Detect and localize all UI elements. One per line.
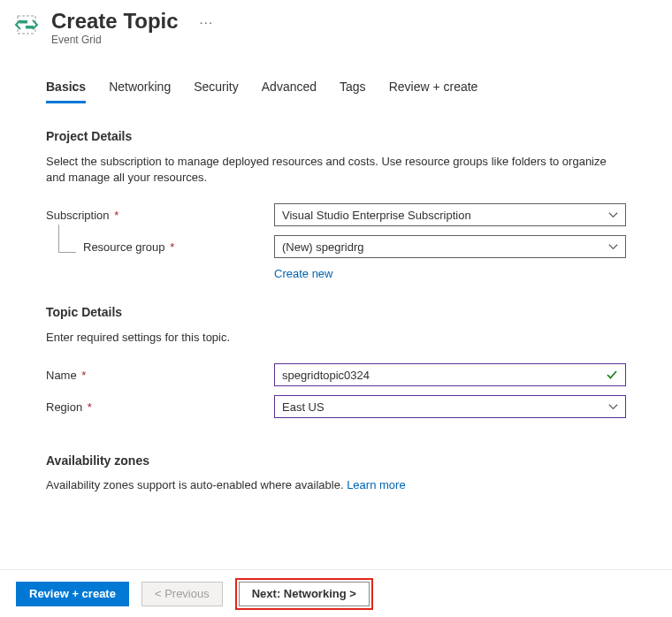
region-label: Region * [46,400,92,414]
next-button-highlight: Next: Networking > [235,578,373,610]
tab-networking[interactable]: Networking [109,80,171,103]
subscription-label: Subscription * [46,209,118,222]
region-value: East US [282,400,325,414]
tab-review-create[interactable]: Review + create [389,80,478,103]
resource-group-label: Resource group * [83,240,174,254]
tab-advanced[interactable]: Advanced [262,80,317,103]
resource-group-select[interactable]: (New) spegridrg [274,235,626,258]
topic-icon [14,12,39,37]
name-input[interactable]: spegridtopic0324 [274,363,626,386]
chevron-down-icon [608,242,618,252]
region-select[interactable]: East US [274,395,626,418]
topic-details-description: Enter required settings for this topic. [46,330,626,346]
project-details-heading: Project Details [46,129,626,143]
footer: Review + create < Previous Next: Network… [0,569,672,617]
review-create-button[interactable]: Review + create [16,582,129,606]
resource-group-value: (New) spegridrg [282,240,363,254]
tab-security[interactable]: Security [194,80,239,103]
tab-tags[interactable]: Tags [340,80,366,103]
page-subtitle: Event Grid [51,34,179,46]
topic-details-heading: Topic Details [46,305,626,319]
tabs: Basics Networking Security Advanced Tags… [46,80,626,104]
chevron-down-icon [608,210,618,220]
chevron-down-icon [608,402,618,412]
learn-more-link[interactable]: Learn more [347,478,405,491]
tree-line [58,225,76,253]
page-title: Create Topic [51,9,179,34]
subscription-value: Visual Studio Enterprise Subscription [282,209,471,222]
subscription-select[interactable]: Visual Studio Enterprise Subscription [274,203,626,226]
name-label: Name * [46,369,86,382]
create-new-link[interactable]: Create new [274,267,332,280]
availability-zones-heading: Availability zones [46,453,626,468]
check-icon [606,369,618,381]
tab-basics[interactable]: Basics [46,80,86,103]
previous-button: < Previous [141,582,223,606]
more-icon[interactable]: ··· [200,14,214,29]
project-details-description: Select the subscription to manage deploy… [46,154,626,186]
name-value: spegridtopic0324 [282,369,370,382]
availability-zones-text: Availability zones support is auto-enabl… [46,478,626,491]
next-button[interactable]: Next: Networking > [239,582,370,606]
